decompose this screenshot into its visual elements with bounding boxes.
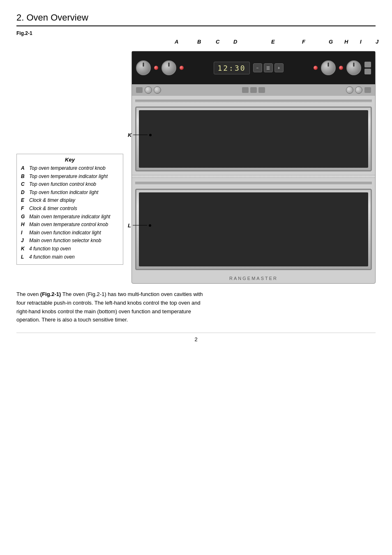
- l-dot: [149, 224, 151, 227]
- k-dot: [149, 134, 152, 136]
- main-oven-cavity: [135, 189, 372, 270]
- brand-label: RANGEmaster: [132, 273, 375, 283]
- key-letter: D: [21, 190, 27, 196]
- clock-controls: − ☰ +: [253, 63, 284, 72]
- key-item-j: JMain oven function selector knob: [21, 238, 119, 244]
- center-btn-3[interactable]: [258, 87, 265, 93]
- key-letter: I: [21, 230, 27, 236]
- key-item-h: HMain oven temperature control knob: [21, 222, 119, 228]
- top-labels: ABCDEFGHIJ: [152, 30, 376, 51]
- key-item-f: FClock & timer controls: [21, 206, 119, 212]
- l-letter: L: [128, 222, 131, 229]
- top-label-g: G: [329, 39, 333, 45]
- key-box: Key ATop oven temperature control knobBT…: [16, 154, 123, 265]
- key-desc: Main oven temperature control knob: [29, 222, 108, 228]
- key-desc: Main oven temperature indicator light: [29, 214, 110, 220]
- top-label-f: F: [302, 39, 305, 45]
- key-letter: C: [21, 181, 27, 188]
- left-panel: Fig.2-1 Key ATop oven temperature contro…: [16, 30, 123, 284]
- secondary-controls: [132, 84, 375, 96]
- key-item-c: CTop oven function control knob: [21, 181, 119, 188]
- top-label-e: E: [271, 39, 275, 45]
- top-label-i: I: [360, 39, 362, 45]
- knob-h-main-oven-temp[interactable]: [321, 60, 336, 75]
- indicator-i-main-func: [339, 66, 343, 70]
- top-label-b: B: [197, 39, 201, 45]
- top-oven-cavity: [135, 106, 372, 171]
- main-oven-section: L: [132, 180, 375, 270]
- indicator-b-top-temp: [154, 66, 158, 70]
- section-heading: Oven Overview: [26, 12, 88, 23]
- key-item-g: GMain oven temperature indicator light: [21, 214, 119, 220]
- key-desc: 4 function top oven: [29, 246, 71, 252]
- indicator-d-top-func: [180, 66, 184, 70]
- clock-btn-plus[interactable]: +: [274, 63, 284, 72]
- key-letter: F: [21, 206, 27, 212]
- key-desc: Top oven temperature indicator light: [29, 173, 108, 180]
- fig-ref: (Fig.2-1): [40, 291, 61, 297]
- fig-label: Fig.2-1: [16, 30, 123, 36]
- center-btn-1[interactable]: [242, 87, 249, 93]
- key-item-i: IMain oven function indicator light: [21, 230, 119, 236]
- key-letter: K: [21, 246, 27, 252]
- key-desc: Main oven function selector knob: [29, 238, 101, 244]
- top-door-handle[interactable]: [135, 98, 372, 103]
- small-knob-4[interactable]: [355, 86, 362, 94]
- key-item-e: EClock & timer display: [21, 197, 119, 204]
- k-line: [133, 135, 148, 135]
- top-oven-section: K: [132, 98, 375, 171]
- l-label: L: [128, 222, 151, 229]
- key-desc: Main oven function indicator light: [29, 230, 101, 236]
- key-letter: E: [21, 197, 27, 204]
- content-area: Fig.2-1 Key ATop oven temperature contro…: [16, 30, 376, 284]
- mini-btn-2[interactable]: [364, 69, 371, 74]
- key-letter: H: [21, 222, 27, 228]
- knob-c-top-oven-func[interactable]: [161, 60, 176, 75]
- control-panel: 12:30 − ☰ +: [132, 51, 375, 84]
- page-number: 2: [16, 333, 376, 342]
- top-label-j: J: [376, 39, 378, 45]
- indicator-g-main-temp: [314, 66, 318, 70]
- knob-j-main-oven-func[interactable]: [346, 60, 361, 75]
- small-knob-1[interactable]: [145, 86, 152, 94]
- clock-btn-menu[interactable]: ☰: [264, 63, 273, 72]
- key-desc: Clock & timer display: [29, 197, 75, 204]
- top-label-a: A: [175, 39, 178, 45]
- key-desc: Top oven temperature control knob: [29, 165, 106, 172]
- k-letter: K: [128, 132, 131, 138]
- clock-display: 12:30: [214, 62, 249, 74]
- key-letter: G: [21, 214, 27, 220]
- mini-btn-1[interactable]: [364, 62, 371, 67]
- top-oven-inner: [139, 110, 368, 168]
- l-line: [133, 225, 147, 226]
- key-title: Key: [21, 157, 119, 163]
- center-btn-2[interactable]: [250, 87, 257, 93]
- small-knob-2[interactable]: [154, 86, 161, 94]
- small-indicator-right: [364, 87, 371, 93]
- small-knob-3[interactable]: [346, 86, 353, 94]
- knob-a-top-oven-temp[interactable]: [136, 60, 151, 75]
- key-desc: Top oven function control knob: [29, 181, 96, 188]
- key-desc: 4 function main oven: [29, 254, 75, 261]
- key-letter: B: [21, 173, 27, 180]
- main-oven-inner: [139, 192, 368, 266]
- key-items: ATop oven temperature control knobBTop o…: [21, 165, 119, 260]
- key-desc: Top oven function indicator light: [29, 190, 98, 196]
- oven-unit: 12:30 − ☰ +: [131, 51, 376, 284]
- key-item-b: BTop oven temperature indicator light: [21, 173, 119, 180]
- key-item-a: ATop oven temperature control knob: [21, 165, 119, 172]
- small-indicator-left: [136, 87, 143, 93]
- key-letter: J: [21, 238, 27, 244]
- section-title: 2. Oven Overview: [16, 12, 376, 26]
- key-item-l: L4 function main oven: [21, 254, 119, 261]
- oven-divider: [132, 175, 375, 178]
- clock-btn-minus[interactable]: −: [253, 63, 262, 72]
- top-label-h: H: [344, 39, 348, 45]
- key-letter: L: [21, 254, 27, 261]
- key-desc: Clock & timer controls: [29, 206, 77, 212]
- key-item-d: DTop oven function indicator light: [21, 190, 119, 196]
- key-item-k: K4 function top oven: [21, 246, 119, 252]
- main-door-handle[interactable]: [135, 180, 372, 185]
- top-label-c: C: [216, 39, 219, 45]
- page: 2. Oven Overview Fig.2-1 Key ATop oven t…: [0, 0, 392, 351]
